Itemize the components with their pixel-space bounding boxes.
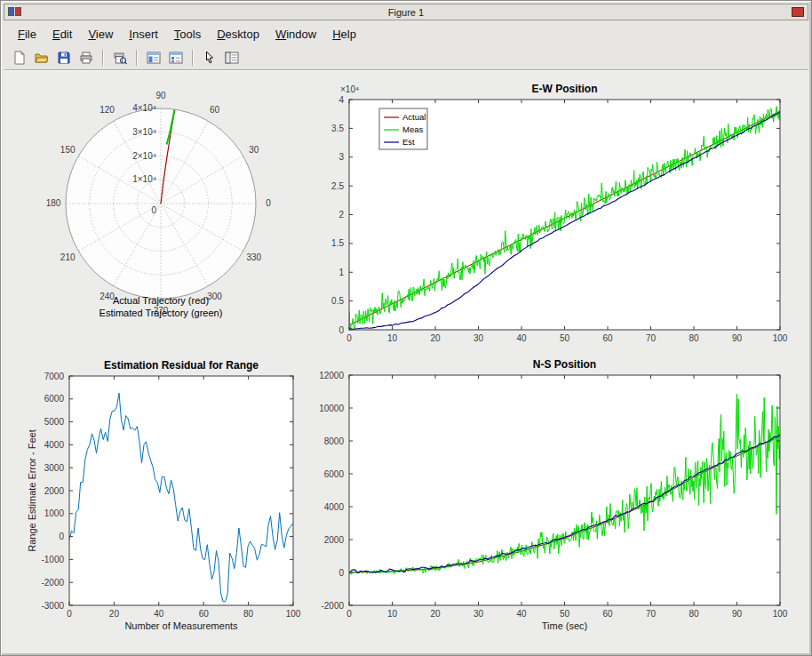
svg-text:3×10⁴: 3×10⁴ [132,127,156,137]
menu-help[interactable]: Help [324,24,364,44]
print-preview-button[interactable] [110,48,130,68]
svg-text:Estimation Residual for Range: Estimation Residual for Range [104,359,259,372]
svg-text:20: 20 [109,609,120,619]
svg-text:Time (sec): Time (sec) [542,620,588,631]
svg-text:Number of Measurements: Number of Measurements [124,620,238,631]
svg-text:2000: 2000 [324,535,345,545]
svg-text:100: 100 [773,609,788,619]
menu-window[interactable]: Window [267,24,324,44]
svg-text:30: 30 [249,145,259,155]
svg-text:10: 10 [387,333,398,343]
svg-text:4000: 4000 [44,440,65,450]
svg-text:100: 100 [773,333,788,343]
window-menu-glyph [8,7,14,16]
toolbar-separator [102,50,104,66]
svg-text:-2000: -2000 [41,578,64,588]
svg-text:10: 10 [387,609,398,619]
new-document-icon [12,51,27,65]
svg-text:0: 0 [266,198,271,208]
svg-text:0: 0 [338,568,344,578]
svg-text:-2000: -2000 [321,601,344,611]
svg-text:2000: 2000 [44,486,65,496]
svg-text:12000: 12000 [319,371,344,380]
edit-plot-button[interactable] [200,48,219,68]
svg-text:120: 120 [100,105,115,115]
svg-text:90: 90 [732,333,743,343]
new-figure-button[interactable] [10,48,29,68]
menu-file[interactable]: File [10,24,44,44]
save-figure-button[interactable] [54,48,74,68]
svg-text:20: 20 [430,609,441,619]
svg-text:3: 3 [338,152,344,162]
svg-text:60: 60 [199,609,210,619]
svg-text:70: 70 [646,333,657,343]
svg-text:3000: 3000 [44,463,65,473]
svg-text:90: 90 [732,609,743,619]
ew-position-plot: 010203040506070809010000.511.522.533.54E… [311,81,798,349]
menu-desktop[interactable]: Desktop [209,24,267,44]
svg-text:Range Estimate Error - Feet: Range Estimate Error - Feet [27,429,37,552]
figure-palette-button[interactable] [144,48,163,68]
svg-text:2: 2 [338,210,344,220]
window-menu-icon[interactable] [8,7,21,16]
svg-text:Estimated Trajectory (green): Estimated Trajectory (green) [100,308,223,318]
ew-svg: 010203040506070809010000.511.522.533.54E… [311,81,798,349]
menu-insert[interactable]: Insert [121,24,166,44]
save-icon [57,51,71,65]
svg-text:80: 80 [689,333,699,343]
close-button[interactable] [792,7,804,17]
svg-text:3.5: 3.5 [331,124,344,133]
open-file-button[interactable] [32,48,52,68]
print-icon [79,51,93,65]
edit-plot-pointer-icon [203,51,217,65]
svg-text:4000: 4000 [324,502,345,512]
svg-text:40: 40 [516,609,527,619]
property-editor-button[interactable] [222,48,242,68]
svg-text:0: 0 [151,205,156,215]
svg-text:300: 300 [207,292,222,301]
residual-svg: 020406080100-3000-2000-10000100020003000… [25,356,311,641]
svg-text:210: 210 [60,252,76,262]
svg-text:60: 60 [602,609,613,619]
menu-tools[interactable]: Tools [166,24,209,44]
plot-browser-button[interactable] [166,48,186,68]
toolbar-separator [136,50,138,66]
figure-window: Figure 1 File Edit View Insert Tools Des… [0,0,812,656]
svg-text:0: 0 [59,532,64,541]
figure-palette-icon [147,51,161,65]
svg-text:30: 30 [474,609,484,619]
svg-text:70: 70 [646,609,657,619]
svg-text:0: 0 [346,609,352,619]
svg-text:5000: 5000 [44,417,65,427]
toolbar [4,45,808,70]
window-title: Figure 1 [388,7,424,18]
svg-text:60: 60 [602,333,613,343]
window-titlebar[interactable]: Figure 1 [4,4,808,20]
svg-text:7000: 7000 [44,372,65,381]
svg-text:100: 100 [286,609,301,619]
svg-text:Actual Trajectory (red): Actual Trajectory (red) [113,295,209,306]
svg-text:Actual: Actual [402,112,426,122]
svg-text:50: 50 [560,609,570,619]
svg-text:50: 50 [560,333,570,343]
polar-svg: 03060901201501802102402703003301×10⁴2×10… [32,83,299,332]
svg-text:0: 0 [338,325,344,335]
svg-text:E-W Position: E-W Position [532,83,598,95]
svg-text:40: 40 [516,333,527,343]
svg-text:1.5: 1.5 [331,238,344,248]
svg-text:10000: 10000 [319,404,344,413]
menu-view[interactable]: View [80,24,121,44]
svg-text:40: 40 [154,609,164,619]
svg-text:6000: 6000 [44,394,65,404]
svg-text:Est: Est [402,137,415,147]
svg-text:Meas: Meas [402,124,423,134]
print-figure-button[interactable] [76,48,96,68]
window-menu-glyph2 [15,7,21,16]
menu-edit[interactable]: Edit [44,24,80,44]
plot-browser-icon [169,51,183,65]
svg-text:1×10⁴: 1×10⁴ [132,174,156,184]
toolbar-separator [192,50,194,66]
polar-trajectory-plot: 03060901201501802102402703003301×10⁴2×10… [32,83,299,332]
svg-text:150: 150 [60,145,76,155]
range-residual-plot: 020406080100-3000-2000-10000100020003000… [25,356,311,641]
